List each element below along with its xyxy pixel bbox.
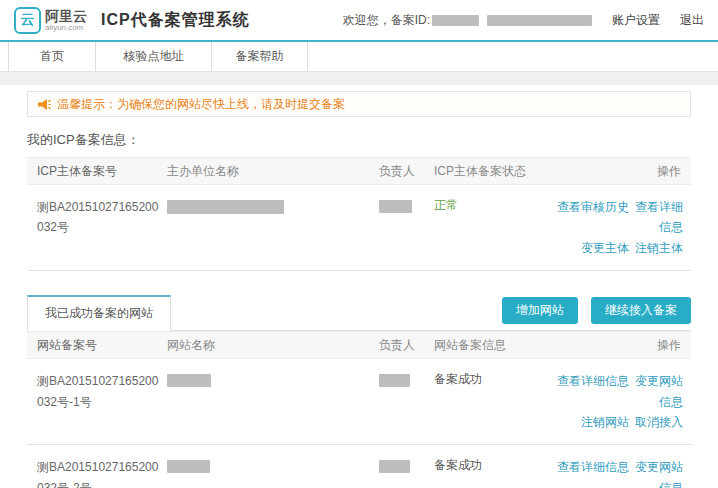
subject-status: 正常 [434,198,458,212]
person-redacted [379,200,412,213]
tab-successful-sites[interactable]: 我已成功备案的网站 [27,295,171,331]
nav-item-verify-address[interactable]: 核验点地址 [96,42,212,71]
col-header: 操作 [551,163,683,180]
person-redacted [379,374,410,387]
cancel-site-link[interactable]: 注销网站 [581,415,629,429]
subject-table-row: 测BA20151027165200032号 正常 查看审核历史查看详细信息 变更… [27,185,691,271]
col-header: 网站名称 [167,337,379,354]
cancel-access-link[interactable]: 取消接入 [635,415,683,429]
page-title: ICP代备案管理系统 [101,10,250,31]
account-settings-link[interactable]: 账户设置 [612,12,660,29]
megaphone-icon [38,99,51,110]
view-audit-history-link[interactable]: 查看审核历史 [557,200,629,214]
col-header: ICP主体备案号 [37,161,167,181]
subject-table-header: ICP主体备案号 主办单位名称 负责人 ICP主体备案状态 操作 [27,157,691,185]
aliyun-logo-icon: 云 [14,7,41,34]
cancel-subject-link[interactable]: 注销主体 [635,241,683,255]
add-site-button[interactable]: 增加网站 [502,297,578,324]
site-name-redacted [167,460,210,473]
person-redacted [379,460,410,473]
view-site-details-link[interactable]: 查看详细信息 [557,460,629,474]
nav-item-home[interactable]: 首页 [8,42,96,71]
page-background-band [0,72,718,85]
col-header: 负责人 [379,163,434,180]
welcome-text: 欢迎您，备案ID: [343,12,430,29]
change-site-info-link[interactable]: 变更网站信息 [635,460,683,488]
site-name-redacted [167,374,211,387]
col-header: 操作 [551,337,683,354]
site-filing-no: 测BA20151027165200032号-2号 [37,457,167,488]
logout-link[interactable]: 退出 [680,12,704,29]
app-header: 云 阿里云 aliyun.com ICP代备案管理系统 欢迎您，备案ID: 账户… [0,0,718,40]
subject-section-title: 我的ICP备案信息： [27,131,691,149]
subject-filing-no: 测BA20151027165200032号 [37,197,167,258]
notice-text: 温馨提示：为确保您的网站尽快上线，请及时提交备案 [57,96,345,113]
notice-bar: 温馨提示：为确保您的网站尽快上线，请及时提交备案 [27,91,691,117]
site-status: 备案成功 [434,372,482,386]
account-name-redacted [487,15,592,26]
view-details-link[interactable]: 查看详细信息 [635,200,683,234]
nav-item-help[interactable]: 备案帮助 [212,42,308,71]
site-status: 备案成功 [434,458,482,472]
sites-tab-row: 我已成功备案的网站 增加网站 继续接入备案 [27,295,691,331]
sites-table-header: 网站备案号 网站名称 负责人 网站备案信息 操作 [27,331,691,359]
col-header: 负责人 [379,337,434,354]
org-name-redacted [167,200,284,214]
col-header: ICP主体备案状态 [434,163,551,180]
col-header: 主办单位名称 [167,163,379,180]
brand-block: 阿里云 aliyun.com [45,9,87,32]
continue-access-button[interactable]: 继续接入备案 [591,297,691,324]
beian-id-redacted [432,15,479,26]
site-table-row: 测BA20151027165200032号-2号 备案成功 查看详细信息变更网站… [27,445,691,488]
change-site-info-link[interactable]: 变更网站信息 [635,374,683,408]
site-table-row: 测BA20151027165200032号-1号 备案成功 查看详细信息变更网站… [27,359,691,445]
site-filing-no: 测BA20151027165200032号-1号 [37,371,167,432]
change-subject-link[interactable]: 变更主体 [581,241,629,255]
col-header: 网站备案信息 [434,337,551,354]
sites-table: 网站备案号 网站名称 负责人 网站备案信息 操作 测BA201510271652… [27,331,691,488]
col-header: 网站备案号 [37,335,167,355]
brand-name: 阿里云 [45,9,87,23]
view-site-details-link[interactable]: 查看详细信息 [557,374,629,388]
subject-table: ICP主体备案号 主办单位名称 负责人 ICP主体备案状态 操作 测BA2015… [27,157,691,271]
main-nav: 首页 核验点地址 备案帮助 [0,42,718,72]
brand-domain: aliyun.com [45,24,87,32]
